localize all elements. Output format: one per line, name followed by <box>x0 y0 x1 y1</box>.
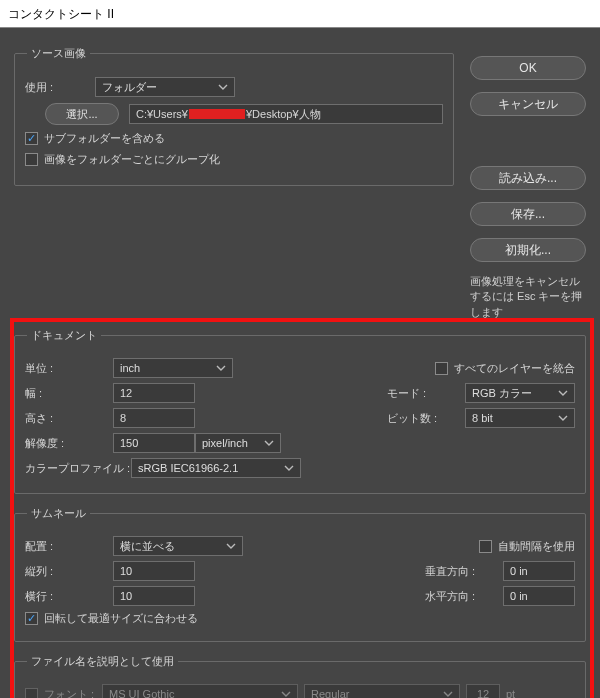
folder-path-field[interactable]: C:¥Users¥ ¥Desktop¥人物 <box>129 104 443 124</box>
window-titlebar: コンタクトシート II <box>0 0 600 28</box>
source-legend: ソース画像 <box>27 46 90 61</box>
profile-label: カラープロファイル : <box>25 461 131 476</box>
source-group: ソース画像 使用 : フォルダー 選択... C:¥Users¥ ¥Deskto… <box>14 46 454 186</box>
unit-select[interactable]: inch <box>113 358 233 378</box>
chevron-down-icon <box>218 82 228 92</box>
font-size-input: 12 <box>466 684 500 698</box>
mode-label: モード : <box>387 386 465 401</box>
document-legend: ドキュメント <box>27 328 101 343</box>
cols-label: 縦列 : <box>25 564 113 579</box>
use-select[interactable]: フォルダー <box>95 77 235 97</box>
vspace-input[interactable]: 0 in <box>503 561 575 581</box>
folder-path-suffix: ¥Desktop¥人物 <box>246 107 321 122</box>
font-select: MS UI Gothic <box>102 684 298 698</box>
caption-group: ファイル名を説明として使用 フォント : MS UI Gothic Regula… <box>14 654 586 698</box>
group-by-folder-label: 画像をフォルダーごとにグループ化 <box>44 152 220 167</box>
chevron-down-icon <box>558 413 568 423</box>
use-label: 使用 : <box>25 80 95 95</box>
right-button-column: OK キャンセル 読み込み... 保存... 初期化... 画像処理をキャンセル… <box>470 56 586 320</box>
auto-spacing-checkbox[interactable] <box>479 540 492 553</box>
ok-button[interactable]: OK <box>470 56 586 80</box>
include-subfolders-label: サブフォルダーを含める <box>44 131 165 146</box>
chevron-down-icon <box>284 463 294 473</box>
bit-label: ビット数 : <box>387 411 465 426</box>
auto-spacing-label: 自動間隔を使用 <box>498 539 575 554</box>
profile-select[interactable]: sRGB IEC61966-2.1 <box>131 458 301 478</box>
font-size-unit: pt <box>506 688 515 698</box>
hspace-label: 水平方向 : <box>425 589 503 604</box>
caption-legend: ファイル名を説明として使用 <box>27 654 178 669</box>
select-folder-button[interactable]: 選択... <box>45 103 119 125</box>
chevron-down-icon <box>558 388 568 398</box>
chevron-down-icon <box>226 541 236 551</box>
width-input[interactable]: 12 <box>113 383 195 403</box>
height-input[interactable]: 8 <box>113 408 195 428</box>
document-group: ドキュメント 単位 : inch すべてのレイヤーを統合 幅 : 12 モード … <box>14 328 586 494</box>
vspace-label: 垂直方向 : <box>425 564 503 579</box>
rotate-fit-checkbox[interactable] <box>25 612 38 625</box>
chevron-down-icon <box>264 438 274 448</box>
cancel-button[interactable]: キャンセル <box>470 92 586 116</box>
chevron-down-icon <box>216 363 226 373</box>
mode-select[interactable]: RGB カラー <box>465 383 575 403</box>
font-style-select: Regular <box>304 684 460 698</box>
hspace-input[interactable]: 0 in <box>503 586 575 606</box>
place-select[interactable]: 横に並べる <box>113 536 243 556</box>
save-button[interactable]: 保存... <box>470 202 586 226</box>
resolution-label: 解像度 : <box>25 436 113 451</box>
redacted-block <box>189 109 245 119</box>
esc-hint: 画像処理をキャンセルするには Esc キーを押します <box>470 274 586 320</box>
resolution-unit-select[interactable]: pixel/inch <box>195 433 281 453</box>
height-label: 高さ : <box>25 411 113 426</box>
width-label: 幅 : <box>25 386 113 401</box>
font-label: フォント : <box>44 687 102 699</box>
rows-label: 横行 : <box>25 589 113 604</box>
rows-input[interactable]: 10 <box>113 586 195 606</box>
chevron-down-icon <box>443 689 453 698</box>
unit-label: 単位 : <box>25 361 113 376</box>
thumb-legend: サムネール <box>27 506 90 521</box>
group-by-folder-checkbox[interactable] <box>25 153 38 166</box>
place-label: 配置 : <box>25 539 113 554</box>
flatten-label: すべてのレイヤーを統合 <box>454 361 575 376</box>
folder-path-prefix: C:¥Users¥ <box>136 108 188 120</box>
load-button[interactable]: 読み込み... <box>470 166 586 190</box>
flatten-checkbox[interactable] <box>435 362 448 375</box>
thumb-group: サムネール 配置 : 横に並べる 自動間隔を使用 縦列 : 10 垂直方向 : … <box>14 506 586 642</box>
chevron-down-icon <box>281 689 291 698</box>
include-subfolders-checkbox[interactable] <box>25 132 38 145</box>
window-title: コンタクトシート II <box>8 7 114 21</box>
rotate-fit-label: 回転して最適サイズに合わせる <box>44 611 198 626</box>
reset-button[interactable]: 初期化... <box>470 238 586 262</box>
bit-select[interactable]: 8 bit <box>465 408 575 428</box>
resolution-input[interactable]: 150 <box>113 433 195 453</box>
caption-enable-checkbox[interactable] <box>25 688 38 699</box>
cols-input[interactable]: 10 <box>113 561 195 581</box>
